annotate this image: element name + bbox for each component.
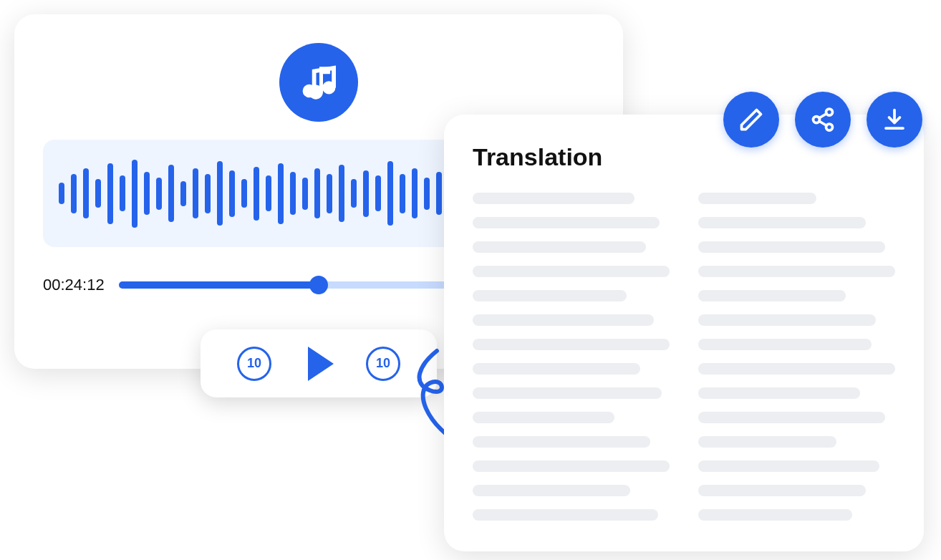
text-placeholder-line — [473, 509, 658, 521]
waveform-bar — [278, 163, 284, 224]
text-placeholder-line — [473, 485, 630, 496]
waveform-bar — [193, 168, 198, 218]
waveform-bar — [144, 172, 150, 215]
waveform-bar — [314, 168, 320, 218]
waveform-bar — [180, 181, 186, 206]
translation-column-right — [698, 193, 895, 521]
text-placeholder-line — [698, 290, 846, 301]
download-button[interactable] — [867, 92, 922, 148]
translation-columns — [473, 193, 895, 521]
waveform-bar — [132, 160, 137, 228]
text-placeholder-line — [473, 217, 660, 228]
text-placeholder-line — [698, 241, 885, 253]
waveform-bar — [205, 174, 211, 213]
waveform-bar — [375, 175, 381, 211]
text-placeholder-line — [473, 266, 670, 277]
play-button[interactable] — [308, 347, 334, 381]
text-placeholder-line — [473, 241, 646, 253]
text-placeholder-line — [473, 363, 640, 375]
waveform-bar — [59, 183, 64, 204]
text-placeholder-line — [698, 217, 866, 228]
text-placeholder-line — [698, 363, 895, 375]
waveform-bar — [351, 179, 357, 208]
text-placeholder-line — [473, 387, 662, 399]
text-placeholder-line — [473, 193, 634, 204]
svg-line-5 — [819, 114, 826, 118]
text-placeholder-line — [473, 339, 670, 350]
waveform-bar — [412, 168, 418, 218]
text-placeholder-line — [698, 412, 885, 423]
pencil-icon — [738, 107, 764, 132]
waveform-bar — [424, 178, 430, 210]
download-icon — [882, 107, 907, 132]
waveform-bar — [339, 165, 344, 222]
waveform-bar — [229, 170, 235, 217]
share-button[interactable] — [795, 92, 851, 148]
waveform-bar — [327, 174, 332, 213]
waveform-bar — [266, 175, 271, 211]
current-time: 00:24:12 — [43, 276, 105, 294]
playback-controls: 10 10 — [201, 329, 437, 397]
waveform-bar — [71, 174, 77, 213]
text-placeholder-line — [473, 412, 614, 423]
waveform-bar — [241, 179, 247, 208]
waveform-bar — [156, 178, 162, 210]
waveform-bar — [254, 167, 259, 221]
text-placeholder-line — [698, 509, 852, 521]
waveform-bar — [168, 165, 174, 222]
waveform-bar — [83, 168, 89, 218]
waveform-bar — [400, 174, 405, 213]
waveform-bar — [363, 170, 369, 217]
music-icon — [279, 43, 358, 122]
translation-panel: Translation — [444, 115, 924, 551]
svg-line-6 — [819, 121, 826, 125]
waveform-bar — [120, 175, 125, 211]
waveform-bar — [290, 172, 296, 215]
text-placeholder-line — [698, 339, 872, 350]
text-placeholder-line — [698, 460, 879, 472]
text-placeholder-line — [698, 387, 860, 399]
edit-button[interactable] — [723, 92, 779, 148]
waveform-bar — [107, 163, 113, 224]
text-placeholder-line — [698, 193, 816, 204]
share-icon — [810, 107, 836, 132]
progress-thumb[interactable] — [309, 276, 328, 294]
text-placeholder-line — [473, 290, 627, 301]
translation-column-left — [473, 193, 670, 521]
waveform-bar — [387, 161, 393, 226]
progress-fill — [119, 281, 319, 289]
forward-10-button[interactable]: 10 — [366, 347, 400, 381]
action-buttons — [723, 92, 922, 148]
waveform-bar — [217, 161, 223, 226]
waveform-bar — [436, 172, 442, 215]
text-placeholder-line — [698, 266, 895, 277]
text-placeholder-line — [698, 485, 866, 496]
rewind-10-button[interactable]: 10 — [237, 347, 271, 381]
text-placeholder-line — [473, 314, 654, 326]
text-placeholder-line — [698, 436, 836, 448]
text-placeholder-line — [698, 314, 876, 326]
waveform-bar — [302, 178, 308, 210]
text-placeholder-line — [473, 436, 650, 448]
waveform-bar — [95, 179, 101, 208]
text-placeholder-line — [473, 460, 670, 472]
